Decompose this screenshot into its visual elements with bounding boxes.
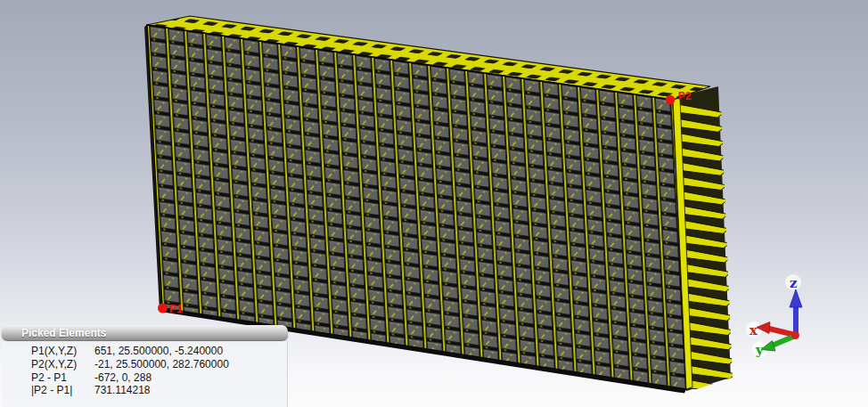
row-value: 731.114218 [94, 384, 151, 396]
picked-row-delta: P2 - P1-672, 0, 288 [31, 371, 287, 385]
x-axis-arrow [757, 322, 795, 336]
row-label: P2 - P1 [31, 371, 94, 385]
row-label: |P2 - P1| [31, 384, 94, 397]
picked-point-p1[interactable]: P1 [158, 303, 183, 315]
picked-elements-header: Picked Elements [2, 325, 288, 341]
row-label: P1(X,Y,Z) [31, 345, 94, 358]
axes-origin [791, 331, 799, 339]
3d-viewport[interactable]: P1 P2 [0, 0, 868, 407]
picked-elements-title: Picked Elements [21, 327, 106, 339]
picked-row-distance: |P2 - P1|731.114218 [31, 384, 287, 397]
p2-label: P2 [678, 90, 692, 102]
y-axis-label: y [755, 342, 765, 358]
z-axis-label: z [790, 275, 798, 291]
row-value: -21, 25.500000, 282.760000 [94, 358, 229, 370]
z-axis-arrow [790, 289, 802, 336]
x-axis-label: x [749, 322, 758, 338]
picked-elements-body: P1(X,Y,Z)651, 25.500000, -5.240000 P2(X,… [2, 341, 288, 407]
row-value: -672, 0, 288 [94, 371, 151, 384]
row-label: P2(X,Y,Z) [31, 358, 94, 371]
picked-row-p1: P1(X,Y,Z)651, 25.500000, -5.240000 [31, 345, 287, 358]
p1-dot[interactable] [158, 304, 168, 313]
picked-elements-panel: Picked Elements P1(X,Y,Z)651, 25.500000,… [2, 325, 288, 407]
p2-dot[interactable] [666, 95, 675, 104]
axes-triad[interactable]: z x y [746, 274, 802, 358]
p1-label: P1 [169, 303, 183, 315]
picked-row-p2: P2(X,Y,Z)-21, 25.500000, 282.760000 [31, 358, 287, 371]
row-value: 651, 25.500000, -5.240000 [94, 345, 223, 357]
